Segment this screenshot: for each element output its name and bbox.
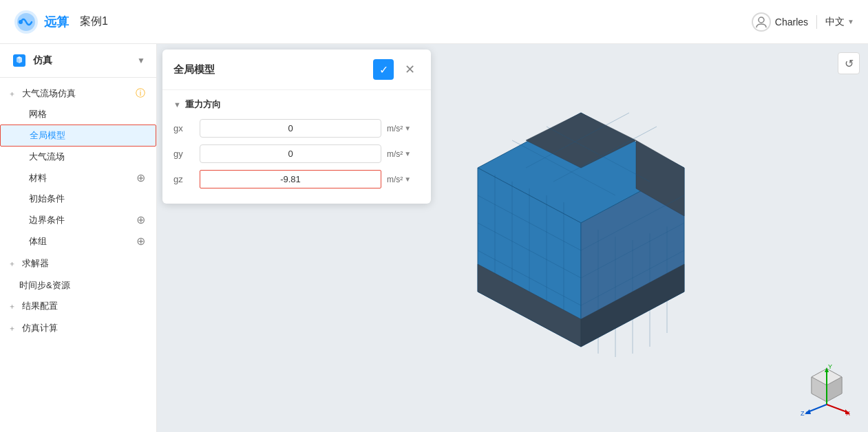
tree-group-solver-label: 求解器 [22,257,49,270]
field-unit-gz[interactable]: m/s² ▼ [387,175,420,184]
field-label-gy: gy [173,149,194,159]
field-input-gz[interactable] [200,170,381,188]
field-input-gy[interactable] [200,144,381,163]
cube-svg [416,92,746,381]
tree-group-result-label: 结果配置 [22,300,58,312]
global-model-panel: 全局模型 ✓ ✕ ▼ 重力方向 gx m/s² ▼ [162,50,431,204]
svg-marker-42 [805,409,811,414]
info-icon: ⓘ [136,87,145,100]
tree-item-material[interactable]: 材料 ⊕ [0,167,156,188]
language-chevron-icon: ▼ [847,18,854,25]
project-name: 案例1 [80,14,108,29]
tree-item-initial-condition[interactable]: 初始条件 [0,188,156,209]
tree-group-result-header[interactable]: ＋ 结果配置 [0,296,156,316]
tree-group-simulation-label: 仿真计算 [22,322,58,334]
main-layout: 仿真 ▼ ＋ 大气流场仿真 ⓘ 网格 全局模型 [0,44,868,432]
tree-item-boundary-condition[interactable]: 边界条件 ⊕ [0,209,156,230]
tree-item-atmosphere-field[interactable]: 大气流场 [0,147,156,167]
tree-group-simulation-header[interactable]: ＋ 仿真计算 [0,318,156,338]
unit-chevron-gz-icon[interactable]: ▼ [404,175,411,183]
tree-group-atmosphere-header[interactable]: ＋ 大气流场仿真 ⓘ [0,83,156,104]
user-info[interactable]: Charles [752,12,808,32]
panel-header: 全局模型 ✓ ✕ [162,50,431,90]
language-label: 中文 [825,16,845,28]
field-row-gy: gy m/s² ▼ [173,144,420,163]
tree-group-atmosphere: ＋ 大气流场仿真 ⓘ 网格 全局模型 大气流场 材料 ⊕ [0,83,156,252]
header-right: Charles 中文 ▼ [752,12,854,32]
header-divider [816,15,817,29]
tree-group-atmosphere-header-left: ＋ 大气流场仿真 [8,87,76,100]
tree-item-timestep[interactable]: 时间步&资源 [0,275,156,296]
tree-group-atmosphere-label: 大气流场仿真 [22,87,76,100]
sidebar-cube-icon [11,52,28,69]
panel-title: 全局模型 [173,63,215,76]
field-row-gz: gz m/s² ▼ [173,170,420,188]
field-label-gx: gx [173,123,194,133]
refresh-icon: ↺ [845,57,854,70]
unit-chevron-gy-icon[interactable]: ▼ [404,150,411,158]
expand-atmosphere-icon: ＋ [8,89,18,99]
tree-group-solver-header[interactable]: ＋ 求解器 [0,253,156,274]
sidebar-collapse-icon: ▼ [137,56,145,65]
field-input-gx[interactable] [200,119,381,138]
sidebar-header-left: 仿真 [11,52,52,69]
add-volume-icon[interactable]: ⊕ [136,235,145,248]
logo-icon [14,10,39,34]
tree-group-solver: ＋ 求解器 [0,253,156,274]
tree-item-volume-group[interactable]: 体组 ⊕ [0,230,156,252]
language-selector[interactable]: 中文 ▼ [825,16,854,28]
content-area: 全局模型 ✓ ✕ ▼ 重力方向 gx m/s² ▼ [157,44,868,432]
gravity-label-text: 重力方向 [185,98,221,111]
user-avatar-icon [752,12,771,32]
panel-close-button[interactable]: ✕ [399,59,420,80]
user-name: Charles [775,17,808,28]
sidebar: 仿真 ▼ ＋ 大气流场仿真 ⓘ 网格 全局模型 [0,44,157,432]
sidebar-title: 仿真 [33,54,52,67]
field-unit-gy[interactable]: m/s² ▼ [387,149,420,159]
expand-solver-icon: ＋ [8,259,18,269]
sidebar-tree: ＋ 大气流场仿真 ⓘ 网格 全局模型 大气流场 材料 ⊕ [0,78,156,345]
logo: 远算 [14,10,69,34]
svg-text:X: X [846,410,850,417]
tree-group-result: ＋ 结果配置 [0,296,156,316]
tree-group-simulation: ＋ 仿真计算 [0,318,156,338]
gravity-section-label: ▼ 重力方向 [173,98,420,111]
tree-item-global-model[interactable]: 全局模型 [0,125,156,147]
unit-chevron-gx-icon[interactable]: ▼ [404,125,411,132]
svg-text:Z: Z [801,410,805,417]
add-boundary-icon[interactable]: ⊕ [136,213,145,226]
tree-group-result-header-left: ＋ 结果配置 [8,300,58,312]
panel-gravity-section: ▼ 重力方向 gx m/s² ▼ gy m/s [162,90,431,204]
tree-group-simulation-header-left: ＋ 仿真计算 [8,322,58,334]
tree-item-grid[interactable]: 网格 [0,104,156,125]
field-unit-gx[interactable]: m/s² ▼ [387,124,420,133]
panel-confirm-button[interactable]: ✓ [373,59,394,80]
svg-text:Y: Y [828,363,832,370]
sidebar-header[interactable]: 仿真 ▼ [0,44,156,78]
header: 远算 案例1 Charles 中文 ▼ [0,0,868,44]
axis-indicator: Y Z X [799,363,854,418]
3d-viewport [416,92,746,384]
add-material-icon[interactable]: ⊕ [136,171,145,184]
field-label-gz: gz [173,174,194,184]
logo-text: 远算 [44,14,69,30]
svg-point-3 [759,17,764,23]
refresh-button[interactable]: ↺ [838,52,860,74]
expand-result-icon: ＋ [8,301,18,312]
gravity-chevron-icon: ▼ [173,100,181,109]
expand-simulation-icon: ＋ [8,323,18,334]
header-left: 远算 案例1 [14,10,108,34]
tree-group-solver-header-left: ＋ 求解器 [8,257,49,270]
panel-actions: ✓ ✕ [373,59,420,80]
svg-point-2 [19,20,23,24]
field-row-gx: gx m/s² ▼ [173,119,420,138]
